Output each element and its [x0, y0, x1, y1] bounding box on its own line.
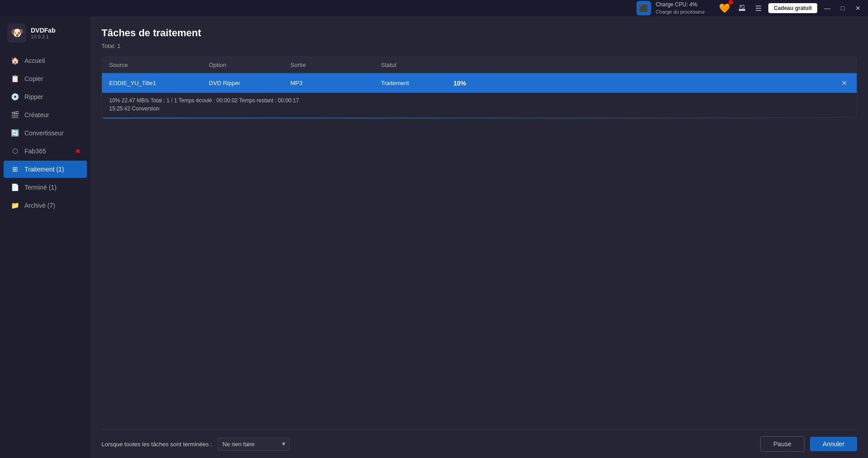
task-option: DVD Ripper: [209, 80, 290, 86]
sidebar-item-createur[interactable]: 🎬 Créateur: [4, 106, 87, 124]
task-details-line1: 10% 22.47 MB/s Total : 1 / 1 Temps écoul…: [109, 97, 849, 104]
notification-badge: [728, 0, 733, 5]
sidebar-label-termine: Terminé (1): [24, 184, 57, 191]
bottom-label: Lorsque toutes les tâches sont terminées…: [101, 441, 212, 448]
sidebar-label-ripper: Ripper: [24, 93, 43, 100]
sidebar-label-convertisseur: Convertisseur: [24, 129, 63, 137]
task-details-line2: 15:25:42 Conversion: [109, 105, 849, 112]
header-progress: [453, 62, 849, 68]
sidebar-item-accueil[interactable]: 🏠 Accueil: [4, 52, 87, 69]
task-statut: Traitement: [381, 80, 453, 86]
cpu-info: ⬛ Charge CPU: 4% Charge du processeur: [637, 1, 705, 15]
task-table: Source Option Sortie Statut EDDIE_YU_Tit…: [101, 57, 857, 119]
disc-icon: 💿: [11, 93, 19, 101]
cpu-icon: ⬛: [637, 1, 651, 15]
sidebar-item-ripper[interactable]: 💿 Ripper: [4, 88, 87, 105]
annuler-button[interactable]: Annuler: [810, 437, 857, 451]
notification-icon[interactable]: 🧡: [718, 1, 732, 15]
sidebar-label-archive: Archivé (7): [24, 202, 55, 209]
table-row[interactable]: EDDIE_YU_Title1 DVD Ripper MP3 Traitemen…: [102, 73, 857, 93]
sidebar-item-archive[interactable]: 📁 Archivé (7): [4, 197, 87, 214]
sidebar-label-traitement: Traitement (1): [24, 166, 64, 173]
header-sortie: Sortie: [290, 62, 381, 68]
app-name: DVDFab: [31, 27, 55, 34]
task-details: 10% 22.47 MB/s Total : 1 / 1 Temps écoul…: [102, 93, 857, 118]
app-body: 🐶 DVDFab 13.0.3.1 🏠 Accueil 📋 Copier 💿 R…: [0, 16, 868, 458]
sidebar-item-traitement[interactable]: ⊞ Traitement (1): [4, 161, 87, 178]
home-icon: 🏠: [11, 57, 19, 65]
close-button[interactable]: ✕: [852, 2, 864, 14]
sidebar-label-accueil: Accueil: [24, 57, 45, 64]
sidebar-item-copier[interactable]: 📋 Copier: [4, 70, 87, 87]
page-title: Tâches de traitement: [101, 27, 857, 39]
sidebar-item-convertisseur[interactable]: 🔄 Convertisseur: [4, 124, 87, 142]
create-icon: 🎬: [11, 111, 19, 119]
sidebar-label-fab365: Fab365: [24, 148, 46, 155]
header-option: Option: [209, 62, 290, 68]
cpu-percent-label: Charge CPU: 4%: [656, 1, 705, 9]
archive-icon: 📁: [11, 201, 19, 210]
sidebar-item-termine[interactable]: 📄 Terminé (1): [4, 179, 87, 196]
task-close-button[interactable]: ✕: [839, 79, 849, 87]
menu-icon[interactable]: ☰: [752, 2, 765, 14]
fab-notification-dot: [76, 149, 80, 153]
completion-action-select[interactable]: Ne rien faire Éteindre Mettre en veille: [217, 438, 290, 451]
title-bar: ⬛ Charge CPU: 4% Charge du processeur 🧡 …: [0, 0, 868, 16]
task-source: EDDIE_YU_Title1: [109, 80, 209, 86]
app-logo-text: DVDFab 13.0.3.1: [31, 27, 55, 39]
gift-button[interactable]: Cadeau gratuit: [768, 3, 817, 13]
separator-line: [102, 118, 857, 119]
content-spacer: [101, 119, 857, 429]
minimize-button[interactable]: —: [821, 2, 834, 14]
cpu-text: Charge CPU: 4% Charge du processeur: [656, 1, 705, 15]
termine-icon: 📄: [11, 183, 19, 191]
sidebar: 🐶 DVDFab 13.0.3.1 🏠 Accueil 📋 Copier 💿 R…: [0, 16, 91, 458]
header-statut: Statut: [381, 62, 453, 68]
convert-icon: 🔄: [11, 129, 19, 137]
sidebar-item-fab365[interactable]: ⬡ Fab365: [4, 143, 87, 160]
cpu-sub-label: Charge du processeur: [656, 9, 705, 15]
app-logo: 🐶 DVDFab 13.0.3.1: [0, 16, 91, 52]
window-controls: — □ ✕: [821, 2, 864, 14]
task-progress: 10%: [453, 80, 839, 87]
maximize-button[interactable]: □: [836, 2, 849, 14]
sidebar-label-createur: Créateur: [24, 111, 49, 119]
traitement-icon: ⊞: [11, 165, 19, 173]
app-logo-icon: 🐶: [7, 24, 26, 43]
bottom-bar: Lorsque toutes les tâches sont terminées…: [101, 429, 857, 458]
task-sortie: MP3: [290, 80, 381, 86]
pause-button[interactable]: Pause: [760, 436, 805, 452]
fab-icon: ⬡: [11, 147, 19, 155]
dropdown-wrapper: Ne rien faire Éteindre Mettre en veille …: [217, 438, 290, 451]
total-label: Total: 1: [101, 43, 857, 49]
copy-icon: 📋: [11, 75, 19, 83]
table-header: Source Option Sortie Statut: [102, 57, 857, 73]
header-source: Source: [109, 62, 209, 68]
sidebar-label-copier: Copier: [24, 75, 43, 82]
app-version: 13.0.3.1: [31, 34, 55, 39]
main-content: Tâches de traitement Total: 1 Source Opt…: [91, 16, 868, 458]
tray-icon[interactable]: 🗳: [736, 2, 748, 14]
